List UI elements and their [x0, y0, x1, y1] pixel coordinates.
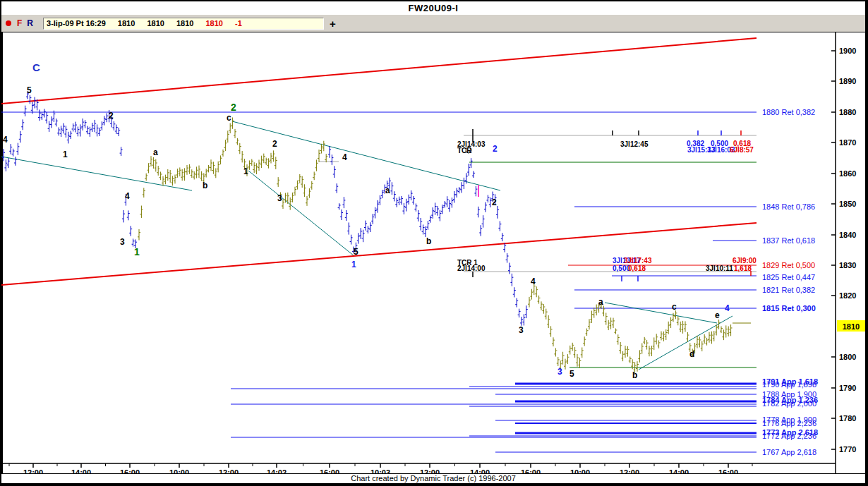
level-label: 1776 App 2,236	[762, 419, 816, 427]
y-tick-label: 1820	[839, 291, 856, 300]
level-label: 1848 Ret 0,786	[762, 202, 815, 211]
wave-label: a	[153, 147, 158, 157]
x-tick-label: 12:00	[620, 468, 639, 473]
wave-label: a	[598, 297, 603, 307]
level-label: 1767 App 2,618	[762, 448, 816, 456]
wave-label: 4	[531, 277, 536, 286]
wave-label: 5	[569, 369, 574, 379]
x-tick-label: 10:03	[370, 468, 390, 473]
level-label: 1829 Ret 0,500	[762, 261, 815, 269]
wave-label: b	[426, 236, 431, 246]
x-tick-label: 16:00	[320, 468, 339, 473]
wave-label: 4	[342, 152, 347, 162]
window-title: FW20U09-I	[1, 1, 865, 15]
quote-high: 1810	[147, 19, 164, 28]
time-annotation: 3Jl17:43	[624, 257, 652, 265]
quote-change: -1	[235, 19, 242, 28]
wave-label: 2	[109, 111, 114, 121]
time-annotation: 1,618	[734, 265, 752, 272]
wave-label: b	[203, 181, 207, 190]
toolbar-r-button[interactable]: R	[27, 18, 33, 28]
y-tick-label: 1800	[839, 353, 856, 361]
x-tick-label: 14:00	[669, 468, 689, 473]
x-tick-label: 12:00	[420, 468, 440, 473]
y-tick-label: 1770	[839, 445, 856, 454]
x-tick-label: 16:00	[120, 468, 140, 473]
wave-label: 3	[519, 325, 524, 335]
quote-low: 1810	[176, 19, 193, 28]
wave-label: 3	[557, 367, 562, 377]
wave-label: 1	[243, 166, 248, 176]
chart-canvas[interactable]: 2Jl14:03TCR3Jl12:450,3820,5000,6183Jl15:…	[1, 32, 865, 473]
level-label: 1790 App 1,898	[762, 380, 816, 389]
y-tick-label: 1880	[839, 108, 856, 116]
wave-label: e	[715, 310, 720, 320]
y-tick-label: 1790	[839, 384, 856, 392]
add-indicator-button[interactable]: +	[330, 18, 336, 30]
trendline	[1, 38, 757, 104]
wave-label: 4	[725, 303, 730, 313]
credit-footer: Chart created by Dynamic Trader (c) 1996…	[1, 473, 865, 483]
trendline	[605, 303, 717, 323]
x-tick-label: 12:00	[219, 468, 239, 473]
x-tick-label: 12:00	[23, 468, 43, 473]
time-annotation: 2Jl14:00	[457, 265, 486, 272]
wave-label: 3	[277, 193, 282, 203]
time-annotation: 0,618	[628, 265, 646, 272]
chart-window: FW20U09-I F R 3-lip-09 Pt 16:29 1810 181…	[0, 0, 868, 486]
trendline	[248, 171, 354, 256]
wave-label: 2	[492, 198, 497, 207]
wave-label: 4	[125, 191, 130, 201]
x-tick-label: 14:00	[71, 468, 91, 473]
wave-label: 3	[120, 237, 125, 247]
level-label: 1821 Ret 0,382	[762, 286, 815, 294]
quote-last: 1810	[205, 19, 222, 28]
y-tick-label: 1870	[839, 138, 856, 147]
wave-label: C	[32, 61, 40, 73]
wave-label: 1	[63, 150, 68, 159]
wave-label: 1	[134, 246, 140, 257]
quote-datetime: 3-lip-09 Pt 16:29	[47, 19, 106, 28]
y-tick-label: 1780	[839, 414, 856, 423]
time-annotation: 6Jl8:57	[730, 146, 754, 154]
wave-label: 2	[272, 139, 277, 149]
toolbar-f-button[interactable]: F	[17, 18, 22, 28]
wave-label: 5	[27, 85, 32, 95]
wave-label: d	[689, 349, 694, 359]
x-tick-label: 14:02	[267, 468, 287, 473]
time-annotation: 3Jl10:11	[706, 265, 733, 272]
y-tick-label: 1840	[839, 231, 856, 239]
quote-open: 1810	[118, 19, 135, 28]
wave-label: 2	[231, 102, 236, 113]
x-tick-label: 10:00	[169, 468, 189, 473]
x-tick-label: 16:00	[718, 468, 738, 473]
wave-label: 1	[351, 260, 356, 269]
y-tick-label: 1900	[839, 47, 856, 55]
level-label: 1825 Ret 0,447	[762, 273, 815, 281]
time-annotation: TCR	[457, 147, 472, 154]
wave-label: 2	[493, 144, 498, 154]
level-label: 1815 Ret 0,300	[762, 304, 816, 312]
level-label: 1782 App 2,000	[762, 399, 816, 408]
x-tick-label: 14:00	[470, 468, 490, 473]
wave-label: a	[385, 186, 390, 195]
level-label: 1880 Ret 0,382	[762, 108, 815, 116]
quote-field[interactable]: 3-lip-09 Pt 16:29 1810 1810 1810 1810 -1	[43, 18, 324, 30]
wave-label: c	[227, 113, 231, 123]
time-annotation: 6Jl9:00	[733, 257, 757, 265]
y-tick-label: 1890	[839, 77, 856, 85]
y-tick-label: 1830	[839, 261, 856, 269]
wave-label: 5	[354, 247, 358, 257]
wave-label: c	[672, 302, 677, 312]
record-dot-icon	[6, 20, 11, 26]
y-tick-label: 1850	[839, 200, 856, 208]
level-label: 1772 App 2,236	[762, 432, 816, 440]
wave-label: 4	[3, 135, 8, 145]
chart-area: 2Jl14:03TCR3Jl12:450,3820,5000,6183Jl15:…	[1, 32, 865, 473]
y-tick-label: 1860	[839, 169, 856, 178]
x-tick-label: 16:00	[521, 468, 541, 473]
time-annotation: 3Jl12:45	[620, 140, 649, 148]
level-label: 1837 Ret 0,618	[762, 236, 815, 245]
last-price-label: 1810	[843, 322, 860, 331]
toolbar: F R 3-lip-09 Pt 16:29 1810 1810 1810 181…	[1, 15, 865, 32]
